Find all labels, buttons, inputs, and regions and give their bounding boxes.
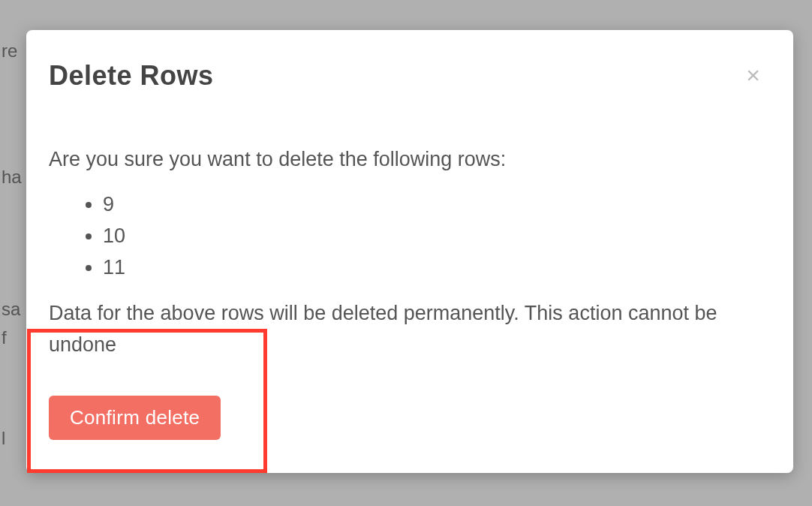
rows-list: 9 10 11 (49, 189, 763, 284)
close-icon: × (746, 62, 760, 89)
bg-text: re (0, 41, 17, 62)
bg-text: f (0, 327, 7, 348)
delete-rows-modal: Delete Rows × Are you sure you want to d… (26, 30, 793, 473)
bg-text: l (0, 428, 5, 449)
modal-title: Delete Rows (49, 60, 214, 92)
confirmation-prompt: Are you sure you want to delete the foll… (49, 144, 763, 176)
list-item: 11 (103, 252, 763, 284)
bg-text: ha (0, 167, 22, 188)
modal-body: Are you sure you want to delete the foll… (49, 144, 763, 440)
close-button[interactable]: × (743, 60, 763, 90)
list-item: 10 (103, 221, 763, 252)
confirm-delete-button[interactable]: Confirm delete (49, 396, 221, 440)
modal-header: Delete Rows × (49, 60, 763, 92)
bg-text: sa (0, 299, 20, 320)
warning-text: Data for the above rows will be deleted … (49, 298, 763, 361)
list-item: 9 (103, 189, 763, 221)
